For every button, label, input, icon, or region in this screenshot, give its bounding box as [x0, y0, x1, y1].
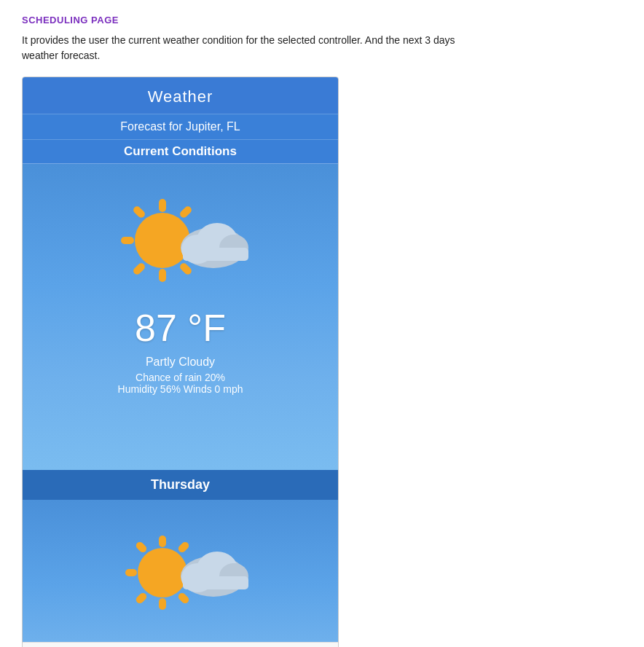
current-conditions-label: Current Conditions	[30, 144, 331, 159]
section-title: SCHEDULING PAGE	[22, 15, 622, 26]
forecast-bar: Forecast for Jupiter, FL	[23, 114, 338, 140]
weather-condition: Partly Cloudy	[37, 356, 323, 369]
current-conditions-bar: Current Conditions	[23, 140, 338, 164]
svg-rect-8	[132, 262, 146, 276]
svg-rect-22	[134, 592, 147, 605]
app-header: Weather	[23, 77, 338, 114]
svg-rect-13	[183, 248, 248, 261]
svg-rect-19	[176, 541, 189, 554]
day-header: Thursday	[23, 470, 338, 500]
svg-rect-17	[125, 569, 137, 576]
thursday-weather-icon	[108, 514, 254, 624]
svg-rect-16	[159, 598, 166, 610]
rain-chance: Chance of rain 20%	[37, 372, 323, 383]
description-text: It provides the user the current weather…	[22, 33, 532, 63]
svg-point-14	[138, 548, 187, 597]
phone-frame: Weather Forecast for Jupiter, FL Current…	[22, 77, 339, 647]
app-header-title: Weather	[30, 87, 331, 106]
forecast-location: Forecast for Jupiter, FL	[30, 120, 331, 133]
svg-rect-1	[159, 199, 166, 212]
svg-rect-7	[178, 262, 193, 276]
temperature-display: 87 °F	[37, 306, 323, 350]
svg-rect-27	[183, 576, 248, 589]
weather-main: 87 °F Partly Cloudy Chance of rain 20% H…	[23, 164, 338, 470]
svg-rect-3	[121, 237, 134, 244]
bottom-nav: 🏠 Home ⚙ Program 📅 Schedule ☀ Weather 👤 …	[23, 642, 338, 647]
weather-icon	[108, 186, 254, 295]
svg-rect-21	[176, 592, 189, 605]
thursday-weather	[23, 500, 338, 642]
humidity-winds: Humidity 56% Winds 0 mph	[37, 383, 323, 395]
day-label: Thursday	[30, 477, 331, 493]
svg-rect-15	[159, 536, 166, 547]
svg-point-0	[135, 213, 190, 268]
svg-rect-6	[132, 205, 146, 219]
svg-rect-20	[134, 541, 147, 554]
svg-rect-2	[159, 269, 166, 282]
svg-rect-5	[178, 205, 193, 219]
